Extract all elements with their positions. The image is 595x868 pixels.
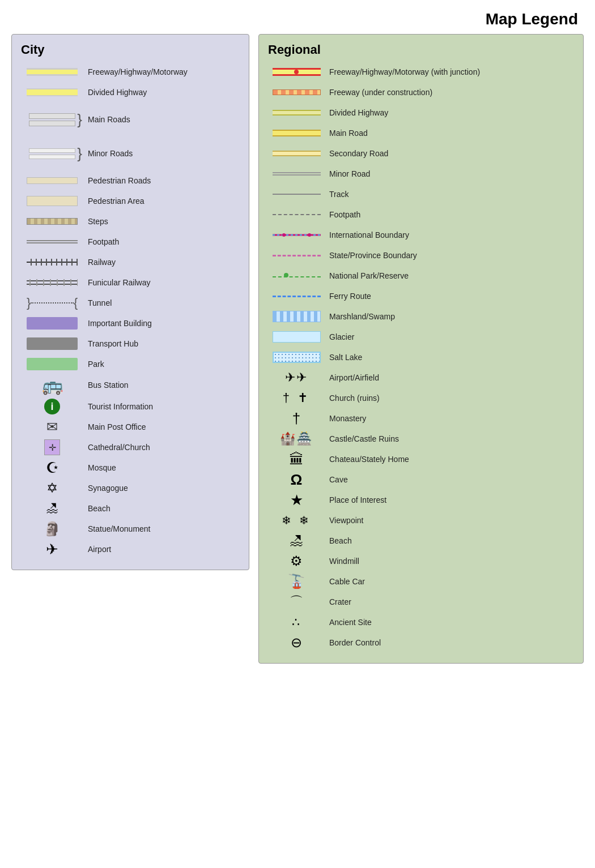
symbol-reg-ferry — [268, 296, 325, 297]
symbol-reg-marsh — [268, 311, 325, 322]
symbol-reg-beach: 🏖 — [268, 533, 325, 549]
list-item: Divided Highway — [268, 104, 574, 122]
list-item: Important Building — [21, 314, 240, 332]
label-reg-crater: Crater — [325, 597, 574, 607]
city-panel: City Freeway/Highway/Motorway Divided Hi… — [11, 34, 249, 570]
symbol-reg-glacier — [268, 331, 325, 343]
symbol-synagogue: ✡ — [21, 480, 83, 496]
beach-city-icon: 🏖 — [46, 501, 58, 516]
symbol-reg-footpath — [268, 214, 325, 215]
symbol-transport-hub — [21, 337, 83, 350]
list-item: i Tourist Information — [21, 397, 240, 416]
symbol-pedestrian-area — [21, 196, 83, 206]
list-item: Funicular Railway — [21, 273, 240, 292]
list-item: 🗿 Statue/Monument — [21, 520, 240, 538]
symbol-reg-border: ⊖ — [268, 635, 325, 651]
list-item: } Minor Roads — [21, 138, 240, 169]
symbol-tourist-info: i — [21, 399, 83, 414]
symbol-mosque: ☪ — [21, 459, 83, 477]
list-item: Secondary Road — [268, 144, 574, 163]
label-synagogue: Synagogue — [83, 484, 240, 493]
list-item: 🚌 Bus Station — [21, 375, 240, 395]
symbol-railway — [21, 259, 83, 266]
list-item: ❄ ❄ Viewpoint — [268, 511, 574, 529]
symbol-reg-windmill: ⚙ — [268, 553, 325, 569]
label-reg-castle: Castle/Castle Ruins — [325, 434, 574, 444]
list-item: National Park/Reserve — [268, 267, 574, 285]
label-tourist-info: Tourist Information — [83, 402, 240, 412]
list-item: ⚙ Windmill — [268, 552, 574, 570]
list-item: ✡ Synagogue — [21, 479, 240, 497]
list-item: Steps — [21, 212, 240, 230]
list-item: Track — [268, 185, 574, 203]
list-item: Railway — [21, 253, 240, 271]
label-steps: Steps — [83, 217, 240, 226]
crater-icon: ⌒ — [290, 593, 303, 611]
info-icon: i — [44, 399, 60, 414]
svg-point-3 — [308, 233, 311, 237]
symbol-beach-city: 🏖 — [21, 501, 83, 516]
label-tunnel: Tunnel — [83, 298, 240, 308]
label-pedestrian-area: Pedestrian Area — [83, 196, 240, 206]
label-reg-saltlake: Salt Lake — [325, 353, 574, 362]
list-item: ⌒ Crater — [268, 593, 574, 611]
symbol-reg-poi: ★ — [268, 491, 325, 509]
beach-icon: 🏖 — [290, 533, 303, 549]
list-item: 🏛 Chateau/Stately Home — [268, 450, 574, 468]
windmill-icon: ⚙ — [290, 553, 303, 569]
list-item: 🚡 Cable Car — [268, 572, 574, 591]
label-reg-border: Border Control — [325, 638, 574, 648]
label-minor-roads: Minor Roads — [83, 149, 240, 159]
symbol-freeway-city — [21, 68, 83, 76]
list-item: Pedestrian Roads — [21, 172, 240, 190]
list-item: Footpath — [21, 233, 240, 251]
label-reg-glacier: Glacier — [325, 332, 574, 342]
city-panel-title: City — [21, 42, 240, 57]
church-ruins-icon: † ✝ — [283, 391, 310, 405]
label-reg-marsh: Marshland/Swamp — [325, 312, 574, 322]
label-reg-minor: Minor Road — [325, 169, 574, 179]
intl-boundary-icon — [273, 232, 321, 238]
label-reg-church: Church (ruins) — [325, 394, 574, 403]
symbol-steps — [21, 218, 83, 225]
label-important-building: Important Building — [83, 319, 240, 328]
label-airport-city: Airport — [83, 545, 240, 554]
symbol-reg-ancient: ∴ — [268, 615, 325, 630]
label-statue: Statue/Monument — [83, 524, 240, 534]
regional-panel-title: Regional — [268, 42, 574, 57]
symbol-reg-viewpoint: ❄ ❄ — [268, 514, 325, 527]
list-item: ☪ Mosque — [21, 459, 240, 477]
list-item: Park — [21, 355, 240, 373]
label-reg-cave: Cave — [325, 475, 574, 485]
label-freeway-city: Freeway/Highway/Motorway — [83, 67, 240, 77]
symbol-reg-cave: Ω — [268, 471, 325, 489]
label-reg-footpath: Footpath — [325, 210, 574, 220]
label-bus-station: Bus Station — [83, 380, 240, 390]
label-reg-airport: Airport/Airfield — [325, 373, 574, 383]
label-reg-beach: Beach — [325, 536, 574, 546]
label-reg-freeway: Freeway/Highway/Motorway (with junction) — [325, 67, 574, 77]
label-divided-city: Divided Highway — [83, 88, 240, 97]
list-item: 🏖 Beach — [21, 499, 240, 518]
label-reg-windmill: Windmill — [325, 557, 574, 566]
label-reg-viewpoint: Viewpoint — [325, 516, 574, 525]
symbol-reg-saltlake — [268, 352, 325, 363]
list-item: Freeway/Highway/Motorway — [21, 63, 240, 81]
cave-icon: Ω — [291, 471, 303, 489]
symbol-main-roads: } — [21, 113, 83, 126]
symbol-footpath-city — [21, 240, 83, 243]
symbol-reg-secondary — [268, 151, 325, 156]
list-item: ✈✈ Airport/Airfield — [268, 369, 574, 387]
symbol-reg-natpark — [268, 272, 325, 280]
monastery-icon: † — [292, 410, 300, 427]
symbol-pedestrian-roads — [21, 177, 83, 184]
label-cathedral: Cathedral/Church — [83, 443, 240, 452]
list-item: } } Tunnel — [21, 294, 240, 312]
regional-panel: Regional Freeway/Highway/Motorway (with … — [258, 34, 584, 664]
list-item: Footpath — [268, 206, 574, 224]
list-item: ∴ Ancient Site — [268, 613, 574, 631]
list-item: 🏰🏯 Castle/Castle Ruins — [268, 430, 574, 448]
symbol-divided-city — [21, 88, 83, 96]
label-post-office: Main Post Office — [83, 422, 240, 432]
list-item: Ferry Route — [268, 287, 574, 305]
